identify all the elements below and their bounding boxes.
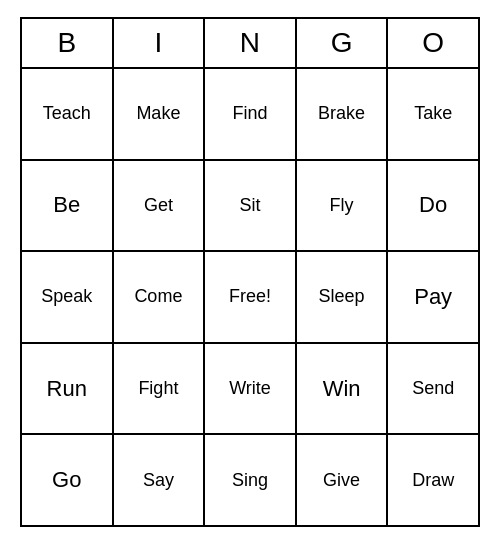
grid-cell-2-0: Speak bbox=[22, 252, 114, 342]
grid-cell-2-4: Pay bbox=[388, 252, 478, 342]
grid-cell-3-0: Run bbox=[22, 344, 114, 434]
grid-cell-2-1: Come bbox=[114, 252, 206, 342]
grid-row-1: BeGetSitFlyDo bbox=[22, 161, 478, 253]
grid-cell-3-2: Write bbox=[205, 344, 297, 434]
header-cell-i: I bbox=[114, 19, 206, 67]
grid-cell-1-1: Get bbox=[114, 161, 206, 251]
grid-cell-0-3: Brake bbox=[297, 69, 389, 159]
grid-cell-2-3: Sleep bbox=[297, 252, 389, 342]
grid-cell-1-2: Sit bbox=[205, 161, 297, 251]
header-cell-b: B bbox=[22, 19, 114, 67]
grid-cell-2-2: Free! bbox=[205, 252, 297, 342]
grid-row-4: GoSaySingGiveDraw bbox=[22, 435, 478, 525]
grid-cell-3-1: Fight bbox=[114, 344, 206, 434]
grid-cell-4-0: Go bbox=[22, 435, 114, 525]
grid-cell-0-1: Make bbox=[114, 69, 206, 159]
bingo-header: BINGO bbox=[22, 19, 478, 69]
grid-cell-0-0: Teach bbox=[22, 69, 114, 159]
header-cell-o: O bbox=[388, 19, 478, 67]
grid-cell-3-4: Send bbox=[388, 344, 478, 434]
header-cell-g: G bbox=[297, 19, 389, 67]
grid-cell-4-3: Give bbox=[297, 435, 389, 525]
grid-row-0: TeachMakeFindBrakeTake bbox=[22, 69, 478, 161]
grid-cell-1-0: Be bbox=[22, 161, 114, 251]
grid-cell-0-2: Find bbox=[205, 69, 297, 159]
grid-row-3: RunFightWriteWinSend bbox=[22, 344, 478, 436]
grid-cell-4-4: Draw bbox=[388, 435, 478, 525]
grid-cell-0-4: Take bbox=[388, 69, 478, 159]
grid-cell-1-4: Do bbox=[388, 161, 478, 251]
bingo-grid: TeachMakeFindBrakeTakeBeGetSitFlyDoSpeak… bbox=[22, 69, 478, 525]
grid-cell-3-3: Win bbox=[297, 344, 389, 434]
grid-cell-4-2: Sing bbox=[205, 435, 297, 525]
grid-cell-1-3: Fly bbox=[297, 161, 389, 251]
grid-row-2: SpeakComeFree!SleepPay bbox=[22, 252, 478, 344]
grid-cell-4-1: Say bbox=[114, 435, 206, 525]
bingo-card: BINGO TeachMakeFindBrakeTakeBeGetSitFlyD… bbox=[20, 17, 480, 527]
header-cell-n: N bbox=[205, 19, 297, 67]
